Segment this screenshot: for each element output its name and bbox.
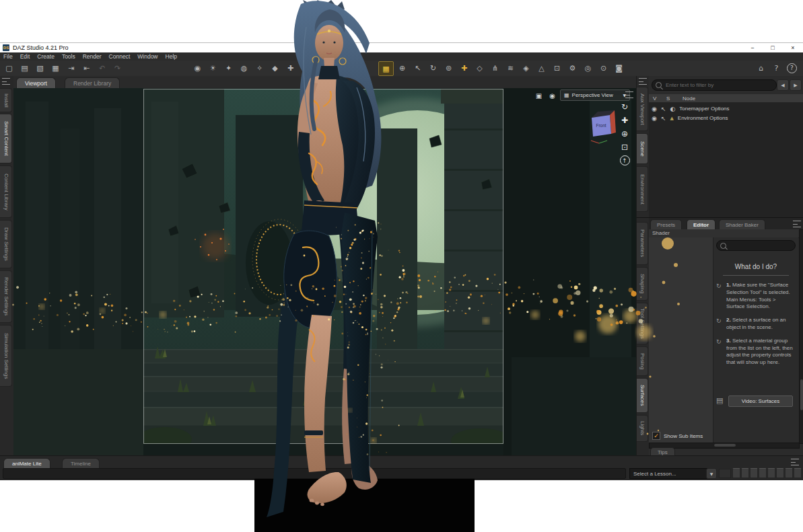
open-scene-icon[interactable]: ▤ xyxy=(18,61,32,75)
sidebar-tab-install[interactable]: Install xyxy=(0,88,12,112)
weight-map-tool-icon[interactable]: ≋ xyxy=(503,61,518,75)
whats-this-icon[interactable]: ? xyxy=(769,61,783,75)
sidebar-tab-simulation-settings[interactable]: Simulation Settings xyxy=(0,325,12,387)
save-scene-icon[interactable]: ▦ xyxy=(48,61,63,75)
sidebar-tab-draw-settings[interactable]: Draw Settings xyxy=(0,220,12,268)
tab-scene[interactable]: Scene xyxy=(637,133,648,164)
animate-track[interactable] xyxy=(3,468,626,479)
lesson-nav-button[interactable] xyxy=(794,468,802,478)
filter-next-button[interactable]: ▶ xyxy=(790,79,802,91)
tab-lights[interactable]: Lights xyxy=(637,415,648,442)
menu-connect[interactable]: Connect xyxy=(109,53,131,60)
sidebar-tab-content-library[interactable]: Content Library xyxy=(0,165,12,218)
maximize-button[interactable]: □ xyxy=(763,44,783,52)
view-cube[interactable]: Front xyxy=(587,107,618,146)
figure-setup-tool-icon[interactable]: △ xyxy=(534,61,549,75)
tab-animate-lite[interactable]: aniMate Lite xyxy=(3,458,50,468)
new-point-light-icon[interactable]: ✦ xyxy=(221,61,236,75)
editor-vscrollbar[interactable] xyxy=(799,229,803,444)
new-distant-light-icon[interactable]: ☀ xyxy=(206,61,220,75)
editor-pane-menu-icon[interactable] xyxy=(793,221,801,227)
tab-aux-viewport[interactable]: Aux Viewport xyxy=(637,87,648,131)
rotate-tool-icon[interactable]: ↻ xyxy=(426,61,440,75)
scene-outline-icon[interactable]: ≡ xyxy=(299,61,313,75)
tab-timeline[interactable]: Timeline xyxy=(62,458,100,468)
lesson-nav-button[interactable] xyxy=(776,468,784,478)
close-button[interactable]: × xyxy=(783,44,803,52)
sidebar-tab-render-settings[interactable]: Render Settings xyxy=(0,270,12,323)
scale-tool-icon[interactable]: ◇ xyxy=(473,61,487,75)
checkbox-checked-icon[interactable]: ✓ xyxy=(652,432,660,440)
lesson-nav-button[interactable] xyxy=(759,468,767,478)
lesson-dropdown-arrow[interactable]: ▼ xyxy=(706,468,717,479)
viewport-options-menu-icon[interactable] xyxy=(625,91,633,98)
menu-help[interactable]: Help xyxy=(166,53,177,60)
new-camera-icon[interactable]: ◉ xyxy=(190,61,205,75)
show-sub-items-row[interactable]: ✓ Show Sub Items xyxy=(652,432,703,440)
joint-editor-tool-icon[interactable]: ⋔ xyxy=(488,61,502,75)
camera-settings-tool-icon[interactable]: ⊙ xyxy=(596,61,610,75)
new-null-icon[interactable]: ✚ xyxy=(283,61,298,75)
pointer-settings-tool-icon[interactable]: ⚙ xyxy=(565,61,580,75)
merge-scene-icon[interactable]: ▧ xyxy=(33,61,47,75)
surface-selection-tool-icon[interactable]: ▦ xyxy=(378,61,394,76)
lesson-nav-button[interactable] xyxy=(741,468,749,478)
aspect-frame-icon[interactable]: ▣ xyxy=(532,89,546,102)
redo-icon[interactable]: ↷ xyxy=(110,61,125,75)
menu-tools[interactable]: Tools xyxy=(62,53,75,60)
video-surfaces-button[interactable]: Video: Surfaces xyxy=(728,395,793,407)
menu-create[interactable]: Create xyxy=(37,53,55,60)
zoom-icon[interactable]: ⊕ xyxy=(619,128,630,139)
universal-tool-icon[interactable]: ✚ xyxy=(457,61,471,75)
lesson-nav-button[interactable] xyxy=(785,468,793,478)
export-icon[interactable]: ⇤ xyxy=(79,61,94,75)
import-icon[interactable]: ⇥ xyxy=(64,61,78,75)
menu-window[interactable]: Window xyxy=(137,53,158,60)
lesson-pane-menu-icon[interactable] xyxy=(791,459,799,465)
selectable-pointer-icon[interactable]: ↖ xyxy=(661,115,666,122)
help-icon[interactable]: ? xyxy=(785,61,799,75)
frame-icon[interactable]: ⊡ xyxy=(619,142,630,153)
lesson-nav-button[interactable] xyxy=(750,468,758,478)
viewport-canvas[interactable]: ▣ ◉ ▦ Perspective View ▼ Front xyxy=(13,88,636,455)
lesson-nav-button[interactable] xyxy=(732,468,740,478)
tab-posing[interactable]: Posing xyxy=(637,346,648,376)
lesson-nav-button[interactable] xyxy=(767,468,775,478)
geometry-editor-tool-icon[interactable]: ◈ xyxy=(519,61,533,75)
filter-prev-button[interactable]: ◀ xyxy=(777,79,789,91)
node-selection-tool-icon[interactable]: ↖ xyxy=(411,61,425,75)
editor-search-input[interactable] xyxy=(729,242,792,250)
new-environment-icon[interactable]: ◍ xyxy=(237,61,251,75)
minimize-button[interactable]: − xyxy=(742,44,763,52)
tab-viewport[interactable]: Viewport xyxy=(16,77,56,89)
pan-icon[interactable]: ✚ xyxy=(619,115,630,126)
tab-environment[interactable]: Environment xyxy=(637,166,648,212)
orbit-icon[interactable]: ↻ xyxy=(619,102,630,112)
node-row-tonemapper[interactable]: ◉ ↖ ◐ Tonemapper Options xyxy=(652,104,730,113)
left-dock-menu-icon[interactable] xyxy=(2,78,10,85)
tab-presets[interactable]: Presets xyxy=(650,219,682,230)
tab-render-library[interactable]: Render Library xyxy=(65,77,120,89)
render-button-icon[interactable]: ◙ xyxy=(612,61,626,75)
scene-dock-menu-icon[interactable] xyxy=(639,78,647,85)
new-primitive-icon[interactable]: ◆ xyxy=(268,61,282,75)
sphere-settings-tool-icon[interactable]: ◎ xyxy=(581,61,595,75)
home-icon[interactable]: ⌂ xyxy=(754,61,768,75)
scene-filter-input[interactable] xyxy=(664,81,773,89)
tab-parameters[interactable]: Parameters xyxy=(637,222,648,265)
eye-icon[interactable]: ◉ xyxy=(652,115,657,122)
camera-selector-dropdown[interactable]: ▦ Perspective View ▼ xyxy=(560,89,630,101)
tab-tool-settings[interactable]: Tool Settings xyxy=(637,303,648,344)
spot-render-tool-icon[interactable]: ⊡ xyxy=(550,61,564,75)
lesson-dropdown[interactable]: Select a Lesson... xyxy=(629,468,713,479)
menu-render[interactable]: Render xyxy=(83,53,102,60)
tab-surfaces[interactable]: Surfaces xyxy=(637,378,648,413)
active-pose-tool-icon[interactable]: ⊚ xyxy=(442,61,456,75)
camera-view-icon[interactable]: ◉ xyxy=(545,89,559,102)
new-spotlight-icon[interactable]: ✧ xyxy=(252,61,267,75)
shader-list[interactable] xyxy=(649,237,713,443)
new-scene-icon[interactable]: ▢ xyxy=(2,61,16,75)
eye-icon[interactable]: ◉ xyxy=(652,106,657,112)
menu-edit[interactable]: Edit xyxy=(20,53,30,60)
tab-shaping[interactable]: Shaping xyxy=(637,267,648,301)
